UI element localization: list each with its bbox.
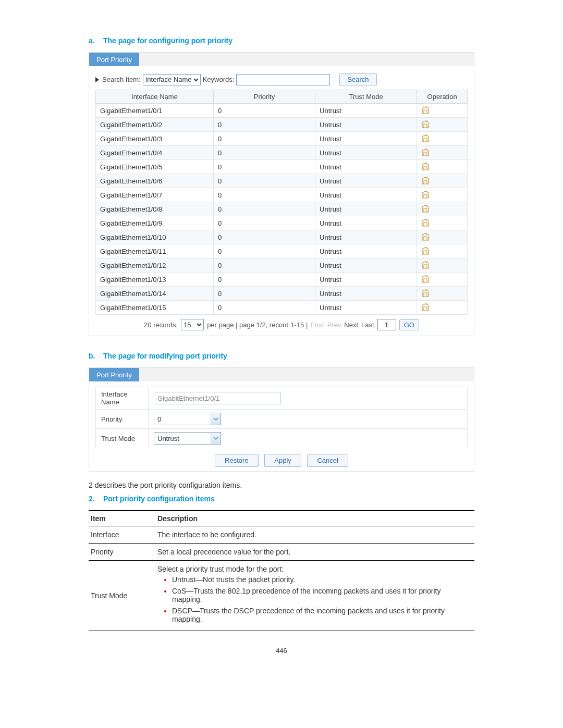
pager-first: First (311, 321, 324, 329)
table-row: GigabitEthernet1/0/60Untrust (96, 174, 468, 188)
cell-trust: Untrust (315, 132, 417, 146)
cell-trust: Untrust (315, 258, 417, 273)
table-row: GigabitEthernet1/0/90Untrust (96, 216, 468, 230)
priority-select[interactable]: 0 (154, 413, 221, 425)
edit-icon[interactable] (421, 191, 463, 199)
col-interface: Interface Name (96, 90, 214, 104)
edit-icon[interactable] (421, 106, 463, 115)
pager-last[interactable]: Last (361, 321, 374, 329)
cell-trust: Untrust (315, 216, 417, 230)
table-row: GigabitEthernet1/0/30Untrust (96, 132, 468, 146)
table-row: GigabitEthernet1/0/120Untrust (96, 258, 468, 273)
col-priority: Priority (213, 90, 315, 104)
cell-interface: GigabitEthernet1/0/5 (96, 160, 214, 174)
cell-priority: 0 (213, 174, 315, 188)
doc-priority-desc: Set a local precedence value for the por… (155, 544, 474, 561)
edit-icon[interactable] (421, 120, 463, 129)
port-table: Interface Name Priority Trust Mode Opera… (95, 90, 468, 315)
button-row: Restore Apply Cancel (95, 454, 468, 467)
cell-interface: GigabitEthernet1/0/4 (96, 146, 214, 160)
keywords-label: Keywords: (203, 76, 235, 83)
cell-trust: Untrust (315, 118, 417, 132)
caption-2: 2. Port priority configuration items (89, 495, 474, 503)
cell-priority: 0 (213, 230, 315, 244)
doc-priority: Priority (89, 544, 155, 561)
cell-priority: 0 (213, 118, 315, 132)
tab-bar-a: Port Priority (89, 52, 474, 66)
cell-priority: 0 (213, 301, 315, 315)
cell-trust: Untrust (315, 287, 417, 301)
cell-trust: Untrust (315, 230, 417, 244)
cell-trust: Untrust (315, 104, 417, 118)
interface-field (154, 392, 281, 404)
tab-port-priority-b[interactable]: Port Priority (89, 368, 139, 381)
table-row: GigabitEthernet1/0/140Untrust (96, 287, 468, 301)
caption-a: a. The page for configuring port priorit… (89, 36, 474, 45)
pager-next[interactable]: Next (344, 321, 358, 329)
cell-priority: 0 (213, 258, 315, 273)
config-items-table: Item Description Interface The interface… (89, 510, 474, 631)
trust-select[interactable]: Untrust (154, 432, 221, 445)
edit-icon[interactable] (421, 205, 463, 213)
cell-interface: GigabitEthernet1/0/9 (96, 216, 214, 230)
doc-interface-desc: The interface to be configured. (155, 526, 474, 544)
cell-trust: Untrust (315, 202, 417, 216)
cell-trust: Untrust (315, 174, 417, 188)
table-row: GigabitEthernet1/0/100Untrust (96, 230, 468, 244)
page-input[interactable] (377, 319, 396, 330)
edit-icon[interactable] (421, 261, 463, 269)
restore-button[interactable]: Restore (215, 454, 259, 467)
cell-priority: 0 (213, 160, 315, 174)
edit-icon[interactable] (421, 233, 463, 241)
edit-icon[interactable] (421, 303, 463, 312)
edit-icon[interactable] (421, 163, 463, 171)
pager: 20 records, 15 per page | page 1/2, reco… (95, 319, 468, 330)
doc-interface: Interface (89, 526, 155, 544)
doc-head-item: Item (89, 511, 155, 526)
page-number: 446 (89, 647, 474, 655)
pager-prev: Prev (327, 321, 341, 329)
apply-button[interactable]: Apply (264, 454, 301, 467)
search-item-label: Search Item: (102, 76, 141, 83)
cell-interface: GigabitEthernet1/0/2 (96, 118, 214, 132)
cancel-button[interactable]: Cancel (307, 454, 348, 467)
cell-priority: 0 (213, 273, 315, 287)
cell-priority: 0 (213, 104, 315, 118)
cell-interface: GigabitEthernet1/0/8 (96, 202, 214, 216)
edit-icon[interactable] (421, 134, 463, 143)
edit-icon[interactable] (421, 177, 463, 185)
cell-interface: GigabitEthernet1/0/1 (96, 104, 214, 118)
edit-icon[interactable] (421, 289, 463, 298)
edit-icon[interactable] (421, 219, 463, 227)
table-row: GigabitEthernet1/0/20Untrust (96, 118, 468, 132)
doc-head-desc: Description (155, 511, 474, 526)
cell-priority: 0 (213, 188, 315, 202)
edit-icon[interactable] (421, 275, 463, 283)
cell-priority: 0 (213, 216, 315, 230)
chevron-down-icon (211, 413, 221, 425)
go-button[interactable]: GO (399, 319, 419, 330)
cell-interface: GigabitEthernet1/0/7 (96, 188, 214, 202)
edit-icon[interactable] (421, 247, 463, 255)
col-operation: Operation (417, 90, 468, 104)
lbl-trust: Trust Mode (96, 429, 149, 448)
edit-icon[interactable] (421, 149, 463, 157)
cell-priority: 0 (213, 146, 315, 160)
cell-interface: GigabitEthernet1/0/13 (96, 273, 214, 287)
search-button[interactable]: Search (339, 73, 376, 85)
keywords-input[interactable] (236, 74, 330, 85)
tab-port-priority[interactable]: Port Priority (89, 53, 139, 66)
caption-b: b. The page for modifying port priority (89, 352, 474, 360)
pagesize-select[interactable]: 15 (181, 319, 204, 330)
cell-trust: Untrust (315, 244, 417, 258)
triangle-icon (95, 77, 99, 82)
cell-interface: GigabitEthernet1/0/11 (96, 244, 214, 258)
cell-trust: Untrust (315, 160, 417, 174)
cell-interface: GigabitEthernet1/0/15 (96, 301, 214, 315)
cell-trust: Untrust (315, 273, 417, 287)
search-item-select[interactable]: Interface Name (143, 74, 201, 85)
cell-interface: GigabitEthernet1/0/12 (96, 258, 214, 273)
cell-trust: Untrust (315, 301, 417, 315)
tab-bar-b: Port Priority (89, 367, 474, 381)
table-row: GigabitEthernet1/0/150Untrust (96, 301, 468, 315)
